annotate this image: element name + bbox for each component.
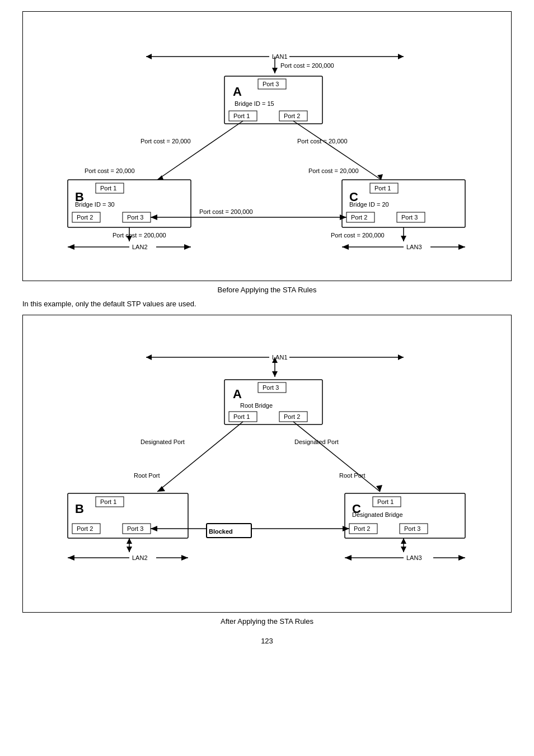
bridgeC-port2-d2: Port 2 — [354, 525, 370, 532]
svg-marker-24 — [458, 244, 465, 250]
bridgeA-port3-d2: Port 3 — [263, 384, 279, 391]
svg-marker-49 — [401, 538, 406, 544]
cost-a-b1-d1: Port cost = 20,000 — [140, 138, 191, 144]
intro-text: In this example, only the default STP va… — [22, 300, 512, 308]
diagram1-caption: Before Applying the STA Rules — [22, 286, 512, 294]
bridgeC-port1-d1: Port 1 — [374, 185, 391, 192]
svg-marker-48 — [401, 547, 406, 552]
bridgeB-port2-d2: Port 2 — [77, 525, 93, 532]
bridgeB-port2-d1: Port 2 — [77, 214, 93, 221]
cost-lan1-d1: Port cost = 200,000 — [280, 62, 334, 69]
bridgeB-letter-d2: B — [75, 502, 84, 516]
lan3-label-d1: LAN3 — [406, 244, 422, 250]
bridgeA-port1-d2: Port 1 — [233, 413, 250, 420]
bridgeA-root-d2: Root Bridge — [240, 402, 273, 409]
root-port1-d2: Root Port — [134, 472, 160, 479]
bridgeC-port3-d1: Port 3 — [401, 214, 418, 221]
svg-marker-41 — [127, 547, 132, 552]
svg-marker-5 — [272, 68, 278, 73]
svg-line-34 — [293, 422, 380, 492]
lan1-label-d1: LAN1 — [272, 53, 288, 60]
root-port2-d2: Root Port — [339, 472, 365, 479]
cost-b-left-d1: Port cost = 20,000 — [85, 167, 135, 174]
bridgeA-port2-d2: Port 2 — [284, 413, 300, 420]
svg-marker-42 — [127, 538, 132, 544]
blocked-label-d2: Blocked — [209, 528, 233, 535]
bridgeB-port1-d1: Port 1 — [100, 185, 116, 192]
bridgeA-port1-d1: Port 1 — [233, 113, 250, 119]
bridgeB-id-d1: Bridge ID = 30 — [75, 201, 115, 208]
svg-marker-53 — [458, 555, 465, 561]
designated-port2-d2: Designated Port — [294, 438, 339, 445]
svg-marker-20 — [401, 236, 406, 241]
bridgeA-port2-d1: Port 2 — [284, 113, 300, 119]
diagram1-container: LAN1 Port cost = 200,000 A Port 3 Bridge… — [22, 11, 512, 281]
cost-a-b2-d1: Port cost = 20,000 — [297, 138, 348, 144]
bridgeC-des-d2: Designated Bridge — [352, 511, 403, 518]
bridgeB-port3-d2: Port 3 — [127, 525, 143, 532]
bridgeC-port3-d2: Port 3 — [404, 525, 420, 532]
diagram2-svg: LAN1 A Port 3 Root Bridge Port 1 Port 2 … — [34, 326, 504, 601]
svg-marker-1 — [146, 54, 152, 59]
svg-marker-22 — [342, 244, 349, 250]
svg-line-6 — [157, 121, 243, 180]
cost-lan2-d1: Port cost = 200,000 — [113, 232, 166, 239]
bridgeB-port3-d1: Port 3 — [127, 214, 143, 221]
diagram1-svg: LAN1 Port cost = 200,000 A Port 3 Bridge… — [34, 23, 504, 269]
bridgeC-id-d1: Bridge ID = 20 — [349, 201, 389, 208]
bridgeC-port2-d1: Port 2 — [351, 214, 367, 221]
designated-port1-d2: Designated Port — [140, 438, 185, 445]
svg-marker-33 — [157, 486, 165, 492]
bridgeA-id-d1: Bridge ID = 15 — [235, 100, 274, 107]
lan2-label-d2: LAN2 — [132, 554, 148, 561]
bridgeA-port3-d1: Port 3 — [263, 81, 279, 87]
cost-b-right-d1: Port cost = 20,000 — [308, 167, 359, 174]
diagram2-caption: After Applying the STA Rules — [22, 617, 512, 626]
bridgeA-letter-d1: A — [233, 85, 242, 99]
svg-marker-18 — [184, 244, 191, 250]
svg-line-32 — [157, 422, 243, 492]
lan2-label-d1: LAN2 — [132, 244, 148, 250]
bridgeA-letter-d2: A — [233, 387, 242, 401]
diagram2-container: LAN1 A Port 3 Root Bridge Port 1 Port 2 … — [22, 315, 512, 613]
svg-marker-26 — [146, 354, 152, 360]
svg-marker-44 — [68, 555, 74, 561]
bridgeC-port1-d2: Port 1 — [377, 498, 394, 505]
svg-marker-28 — [398, 354, 404, 360]
svg-marker-51 — [345, 555, 352, 561]
bridgeB-port1-d2: Port 1 — [100, 498, 116, 505]
page-number: 123 — [22, 637, 512, 645]
svg-marker-46 — [181, 555, 188, 561]
cost-lan3-d1: Port cost = 200,000 — [331, 232, 385, 239]
svg-marker-16 — [68, 244, 74, 250]
lan3-label-d2: LAN3 — [406, 554, 422, 561]
svg-marker-31 — [272, 371, 278, 377]
svg-marker-3 — [398, 54, 404, 59]
cost-b-c-d1: Port cost = 200,000 — [199, 208, 253, 215]
